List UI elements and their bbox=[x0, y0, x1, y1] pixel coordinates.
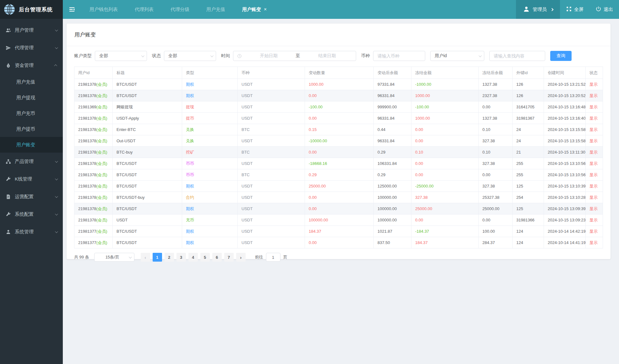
page-size-select[interactable]: 15条/页 bbox=[94, 253, 134, 262]
show-link[interactable]: 显示 bbox=[589, 105, 598, 109]
column-header: 变动数量 bbox=[305, 67, 374, 79]
show-link[interactable]: 显示 bbox=[589, 82, 598, 87]
page-button[interactable]: 7 bbox=[224, 253, 234, 262]
page-button[interactable]: 6 bbox=[212, 253, 222, 262]
show-link[interactable]: 显示 bbox=[589, 195, 598, 200]
start-date-placeholder[interactable]: 开始日期 bbox=[244, 53, 294, 59]
row-change: -100.00 bbox=[309, 105, 323, 109]
user-id: 21981378 bbox=[78, 93, 96, 98]
cell-type: 合约 bbox=[182, 192, 238, 203]
coin-input[interactable] bbox=[373, 51, 425, 61]
show-link[interactable]: 显示 bbox=[589, 161, 598, 166]
show-link[interactable]: 显示 bbox=[589, 93, 598, 98]
show-link[interactable]: 显示 bbox=[589, 184, 598, 188]
show-link[interactable]: 显示 bbox=[589, 139, 598, 143]
row-frozen-after: 1327.38 bbox=[482, 116, 497, 121]
show-link[interactable]: 显示 bbox=[589, 150, 598, 155]
cell-change: -18668.16 bbox=[305, 158, 374, 169]
submenu-label: 用户充值 bbox=[16, 79, 35, 85]
sidebar-sub-item[interactable]: 用户账变 bbox=[0, 137, 63, 153]
sidebar-item[interactable]: 系统管理 bbox=[0, 223, 63, 241]
show-link[interactable]: 显示 bbox=[589, 172, 598, 177]
cell-change: 184.37 bbox=[305, 226, 374, 237]
tab-close-icon[interactable]: × bbox=[264, 7, 267, 12]
member-tag: (会员) bbox=[96, 229, 107, 234]
cell-coin: USDT bbox=[238, 79, 305, 90]
member-tag: (会员) bbox=[96, 127, 107, 132]
row-after-balance: 96331.84 bbox=[377, 139, 394, 143]
show-link[interactable]: 显示 bbox=[589, 127, 598, 132]
header-tab[interactable]: 用户账变 × bbox=[234, 0, 275, 19]
search-button[interactable]: 查询 bbox=[550, 51, 572, 61]
prev-page-button[interactable]: ‹ bbox=[141, 253, 150, 262]
row-coin: USDT bbox=[242, 82, 252, 87]
header-tab[interactable]: 用户钱包列表 bbox=[81, 0, 126, 19]
sidebar-item[interactable]: 用户管理 bbox=[0, 21, 63, 39]
table-row: 21981377(会员) BTC/USDT 期权 USDT 184.37 102… bbox=[74, 226, 603, 237]
page-button[interactable]: 1 bbox=[153, 253, 162, 262]
sidebar-sub-item[interactable]: 用户提现 bbox=[0, 90, 63, 106]
page-button[interactable]: 3 bbox=[176, 253, 186, 262]
row-foreign-id: 124 bbox=[516, 229, 523, 234]
cell-foreign-id: 255 bbox=[513, 169, 544, 181]
member-tag: (会员) bbox=[96, 105, 107, 109]
menu-label: 系统配置 bbox=[15, 211, 34, 217]
cell-frozen-after: 25000.00 bbox=[479, 203, 513, 215]
goto-page-input[interactable] bbox=[266, 253, 280, 262]
sidebar-item[interactable]: 代理管理 bbox=[0, 39, 63, 57]
menu-label: 资金管理 bbox=[15, 62, 34, 68]
cell-created-time: 2024-10-14 14:42:19 bbox=[544, 226, 586, 237]
cell-status: 显示 bbox=[586, 203, 603, 215]
row-type: 兑换 bbox=[186, 139, 194, 143]
row-frozen-after: 327.38 bbox=[482, 184, 495, 188]
admin-label: 管理员 bbox=[533, 7, 547, 13]
admin-menu[interactable]: 管理员 bbox=[516, 0, 560, 19]
row-frozen-after: 100.00 bbox=[482, 229, 495, 234]
cell-title: BTC/USDT-buy bbox=[113, 192, 182, 203]
row-created-time: 2024-10-15 13:10:39 bbox=[548, 184, 586, 188]
page-button[interactable]: 5 bbox=[200, 253, 210, 262]
sidebar-item[interactable]: 资金管理 bbox=[0, 57, 63, 74]
chevron-right-icon bbox=[551, 8, 554, 11]
header-tab[interactable]: 用户充值 bbox=[198, 0, 234, 19]
show-link[interactable]: 显示 bbox=[589, 218, 598, 222]
chevron-down-icon bbox=[55, 46, 58, 49]
account-type-select[interactable]: 全部 bbox=[95, 51, 147, 61]
show-link[interactable]: 显示 bbox=[589, 229, 598, 234]
cell-coin: USDT bbox=[238, 203, 305, 215]
date-range-input[interactable]: 开始日期 至 结束日期 bbox=[233, 51, 356, 61]
search-field-select[interactable]: 用户id bbox=[430, 51, 484, 61]
next-page-button[interactable]: › bbox=[236, 253, 246, 262]
show-link[interactable]: 显示 bbox=[589, 206, 598, 211]
cell-created-time: 2024-10-15 13:09:39 bbox=[544, 203, 586, 215]
column-header: 类型 bbox=[182, 67, 238, 79]
logout-button[interactable]: 退出 bbox=[589, 0, 619, 19]
end-date-placeholder[interactable]: 结束日期 bbox=[302, 53, 352, 59]
hamburger-icon[interactable] bbox=[63, 0, 81, 19]
menu-label: K线管理 bbox=[15, 176, 32, 182]
sidebar-item[interactable]: 系统配置 bbox=[0, 205, 63, 223]
page-button[interactable]: 4 bbox=[188, 253, 198, 262]
cell-foreign-id: 24 bbox=[513, 135, 544, 147]
cell-frozen-after: 284.37 bbox=[479, 237, 513, 248]
table-header-row: 用户id标题类型币种变动数量变动后余额冻结金额冻结后余额外键id创建时间状态 bbox=[74, 67, 603, 79]
page-button[interactable]: 2 bbox=[165, 253, 174, 262]
sidebar-item[interactable]: 产品管理 bbox=[0, 153, 63, 170]
sidebar: 后台管理系统 用户管理 代理管理 资金管理 用户充值 用户提现 用户充币 用户提… bbox=[0, 0, 63, 364]
row-type: 兑换 bbox=[186, 127, 194, 132]
header-tab[interactable]: 代理分级 bbox=[162, 0, 198, 19]
show-link[interactable]: 显示 bbox=[589, 240, 598, 245]
sidebar-item[interactable]: 运营配置 bbox=[0, 188, 63, 205]
row-change: 0.00 bbox=[309, 195, 317, 200]
fullscreen-button[interactable]: 全屏 bbox=[560, 0, 589, 19]
header-tab[interactable]: 代理列表 bbox=[126, 0, 162, 19]
status-select[interactable]: 全部 bbox=[164, 51, 216, 61]
sidebar-sub-item[interactable]: 用户充币 bbox=[0, 106, 63, 121]
search-input[interactable] bbox=[489, 51, 545, 61]
show-link[interactable]: 显示 bbox=[589, 116, 598, 121]
sidebar-sub-item[interactable]: 用户提币 bbox=[0, 121, 63, 137]
user-id: 21981377 bbox=[78, 229, 96, 234]
sidebar-sub-item[interactable]: 用户充值 bbox=[0, 74, 63, 90]
column-header: 变动后余额 bbox=[374, 67, 411, 79]
sidebar-item[interactable]: K线管理 bbox=[0, 170, 63, 188]
